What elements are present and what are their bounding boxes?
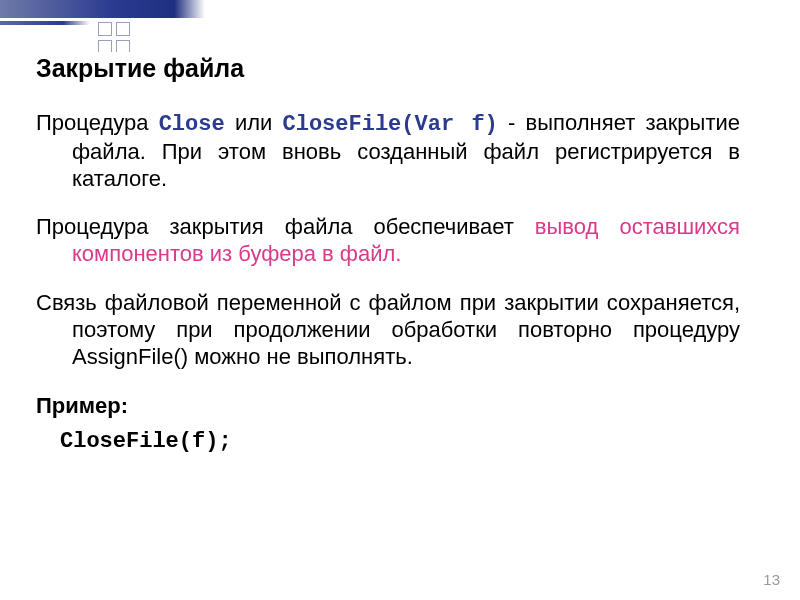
slide-body: Процедура Close или CloseFile(Var f) - в…: [36, 110, 740, 456]
deco-square: [98, 22, 112, 36]
paragraph-2: Процедура закрытия файла обеспечивает вы…: [36, 214, 740, 268]
proc-closefile: CloseFile(Var f): [283, 112, 498, 137]
slide-decoration: [0, 0, 220, 52]
p1-lead: Процедура: [36, 110, 159, 135]
slide-heading: Закрытие файла: [36, 54, 244, 83]
deco-square: [116, 40, 130, 52]
deco-square: [98, 40, 112, 52]
paragraph-1: Процедура Close или CloseFile(Var f) - в…: [36, 110, 740, 192]
deco-square: [116, 22, 130, 36]
deco-bar-top: [0, 0, 205, 18]
example-code: CloseFile(f);: [36, 429, 740, 456]
proc-close: Close: [159, 112, 225, 137]
p2-lead: Процедура закрытия файла обеспечивает: [36, 214, 535, 239]
example-label: Пример:: [36, 393, 740, 420]
deco-bar-bottom: [0, 21, 90, 25]
page-number: 13: [763, 571, 780, 588]
slide: Закрытие файла Процедура Close или Close…: [0, 0, 800, 600]
p1-mid1: или: [225, 110, 283, 135]
paragraph-3: Связь файловой переменной с файлом при з…: [36, 290, 740, 370]
